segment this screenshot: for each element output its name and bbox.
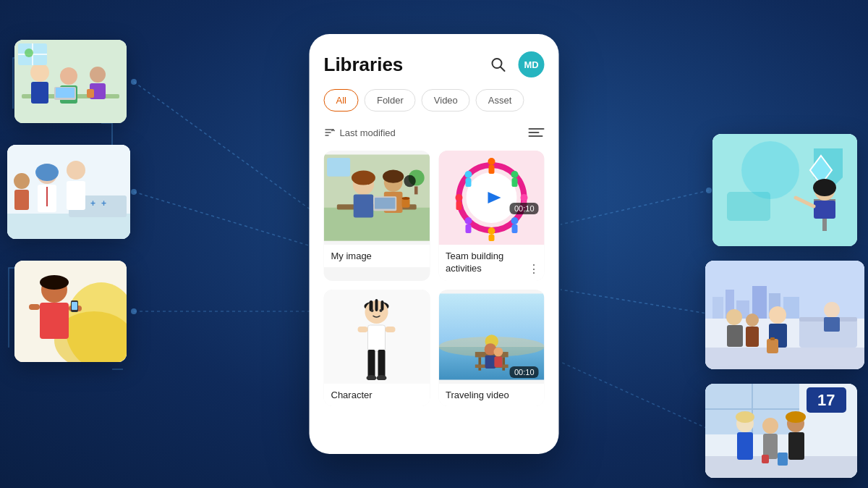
svg-point-14: [30, 63, 49, 82]
svg-point-129: [520, 194, 527, 201]
search-button[interactable]: [485, 51, 511, 77]
svg-rect-28: [7, 214, 130, 239]
svg-rect-64: [712, 297, 723, 319]
side-card-left-top: [14, 40, 127, 123]
svg-rect-110: [354, 194, 373, 217]
svg-point-91: [736, 411, 754, 423]
svg-rect-77: [767, 339, 778, 353]
travel-video-badge: 00:10: [510, 366, 539, 378]
svg-point-112: [383, 170, 404, 183]
svg-rect-98: [778, 453, 788, 466]
svg-rect-138: [456, 201, 461, 210]
svg-point-93: [762, 418, 778, 434]
svg-rect-82: [746, 327, 759, 347]
view-toggle-button[interactable]: [529, 125, 545, 140]
svg-point-135: [464, 217, 472, 224]
my-image-thumbnail: [324, 151, 430, 245]
sort-button[interactable]: Last modified: [324, 127, 396, 138]
filter-tabs: All Folder Video Asset: [324, 89, 545, 112]
svg-point-139: [464, 171, 472, 178]
character-thumbnail: [348, 293, 406, 380]
svg-point-45: [40, 275, 69, 290]
side-card-left-bottom: [14, 261, 127, 362]
svg-rect-166: [485, 355, 495, 368]
svg-rect-36: [67, 181, 85, 210]
svg-rect-140: [465, 178, 471, 187]
character-label: Character: [324, 384, 430, 406]
svg-point-109: [352, 170, 375, 185]
svg-text:+: +: [90, 198, 95, 209]
svg-rect-132: [511, 224, 517, 233]
svg-point-96: [786, 411, 806, 423]
svg-rect-146: [375, 299, 378, 311]
header: Libraries MD: [324, 51, 545, 77]
svg-rect-152: [386, 327, 396, 332]
svg-rect-150: [368, 325, 386, 351]
search-icon: [490, 56, 506, 72]
svg-point-117: [402, 197, 410, 200]
svg-point-60: [813, 179, 836, 196]
team-building-more-button[interactable]: ⋮: [528, 264, 540, 275]
svg-rect-154: [378, 350, 386, 377]
svg-rect-136: [465, 224, 471, 233]
svg-point-37: [14, 173, 30, 189]
svg-point-148: [371, 309, 374, 312]
svg-point-26: [25, 49, 33, 57]
svg-rect-163: [502, 357, 505, 370]
svg-rect-118: [327, 158, 350, 177]
svg-text:+: +: [101, 198, 106, 209]
page-title: Libraries: [324, 54, 404, 76]
video-duration-badge: 00:10: [510, 203, 539, 214]
filter-tab-all[interactable]: All: [324, 89, 359, 112]
svg-point-120: [404, 175, 415, 187]
svg-point-127: [511, 171, 518, 178]
grid-item-team-building[interactable]: 00:10 Team building activities ⋮: [438, 151, 545, 281]
svg-point-137: [455, 194, 462, 201]
filter-tab-folder[interactable]: Folder: [365, 89, 416, 112]
grid-item-character[interactable]: Character: [324, 290, 430, 406]
svg-point-32: [35, 164, 59, 181]
svg-point-149: [380, 309, 383, 312]
svg-rect-54: [727, 192, 770, 221]
svg-rect-162: [478, 357, 481, 370]
svg-line-101: [501, 67, 505, 72]
svg-rect-47: [29, 304, 40, 310]
svg-rect-126: [488, 165, 494, 174]
user-avatar[interactable]: MD: [519, 51, 545, 77]
svg-rect-78: [770, 337, 775, 340]
svg-rect-50: [72, 302, 77, 310]
my-image-label: My image: [324, 245, 430, 267]
svg-point-167: [493, 347, 503, 356]
svg-rect-80: [727, 325, 743, 347]
content-grid: My image: [324, 151, 545, 406]
svg-point-73: [824, 302, 840, 318]
svg-rect-97: [788, 432, 804, 460]
svg-rect-115: [375, 198, 395, 209]
svg-point-125: [488, 158, 495, 165]
svg-rect-106: [324, 208, 430, 241]
phone-container: Libraries MD All Folder Video Asset: [310, 34, 559, 454]
side-card-left-middle: + +: [7, 145, 130, 239]
svg-rect-67: [752, 286, 767, 319]
svg-point-35: [67, 161, 85, 180]
svg-rect-15: [31, 82, 48, 104]
filter-tab-asset[interactable]: Asset: [476, 89, 524, 112]
svg-rect-21: [56, 88, 75, 98]
svg-rect-59: [814, 201, 835, 219]
header-actions: MD: [485, 51, 545, 77]
team-building-thumbnail: [448, 154, 535, 241]
grid-item-my-image[interactable]: My image: [324, 151, 430, 281]
svg-rect-168: [494, 356, 502, 367]
svg-rect-46: [40, 303, 69, 339]
svg-rect-70: [705, 348, 864, 369]
svg-point-133: [488, 227, 495, 235]
svg-point-16: [60, 67, 77, 85]
svg-point-75: [769, 306, 786, 324]
traveling-label: Traveling video: [438, 384, 545, 406]
svg-rect-147: [381, 300, 384, 311]
svg-rect-92: [737, 432, 753, 460]
filter-tab-video[interactable]: Video: [422, 89, 470, 112]
svg-point-52: [741, 141, 799, 199]
svg-rect-116: [402, 198, 410, 208]
grid-item-traveling[interactable]: 00:10 Traveling video: [438, 290, 545, 406]
